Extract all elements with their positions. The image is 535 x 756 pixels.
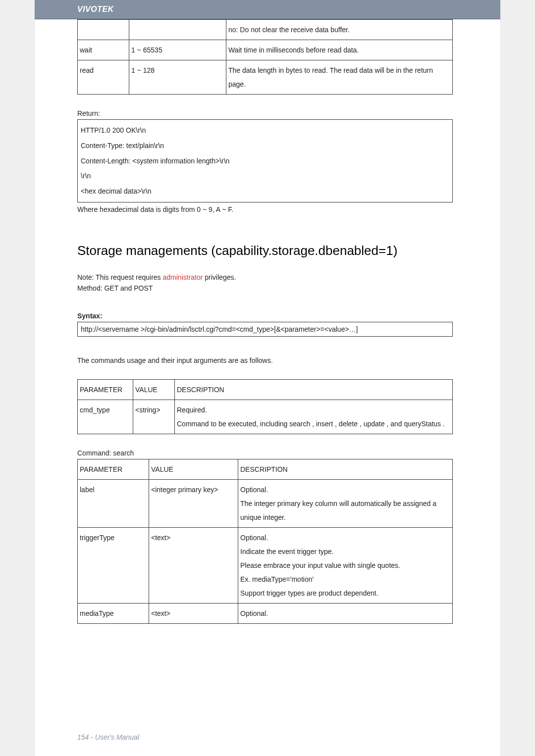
table-row: mediaType <text> Optional.	[78, 603, 453, 623]
header-value: VALUE	[149, 459, 238, 479]
table-row: wait 1 ~ 65535 Wait time in milliseconds…	[78, 40, 453, 60]
return-line: <hex decimal data>\r\n	[81, 184, 449, 199]
search-table: PARAMETER VALUE DESCRIPTION label <integ…	[77, 459, 453, 624]
note-admin: administrator	[163, 273, 203, 281]
method-line: Method: GET and POST	[77, 284, 453, 292]
return-line: HTTP/1.0 200 OK\r\n	[81, 123, 449, 138]
syntax-label: Syntax:	[77, 312, 453, 320]
syntax-box: http://<servername >/cgi-bin/admin/lsctr…	[77, 322, 453, 337]
return-label: Return:	[77, 109, 453, 117]
note-line: Note: This request requires administrato…	[77, 273, 453, 281]
return-line: Content-Type: text/plain\r\n	[81, 138, 449, 153]
cell-desc: Required. Command to be executed, includ…	[175, 400, 453, 434]
cell-desc: The data length in bytes to read. The re…	[226, 60, 453, 95]
table-header-row: PARAMETER VALUE DESCRIPTION	[78, 459, 453, 479]
note-suffix: privileges.	[203, 273, 236, 281]
table-row: label <integer primary key> Optional. Th…	[78, 479, 453, 527]
cell-value: <text>	[149, 527, 238, 603]
page-footer: 154 - User's Manual	[77, 733, 139, 741]
cell-param: triggerType	[78, 527, 149, 603]
cell-value: <string>	[133, 400, 175, 434]
cmd-table: PARAMETER VALUE DESCRIPTION cmd_type <st…	[77, 379, 453, 434]
cell-desc: Optional. Indicate the event trigger typ…	[238, 527, 453, 603]
cell-value: 1 ~ 65535	[129, 40, 226, 60]
usage-line: The commands usage and their input argum…	[77, 356, 453, 364]
table-row: cmd_type <string> Required. Command to b…	[78, 400, 453, 434]
page: VIVOTEK no: Do not clear the receive dat…	[35, 0, 500, 756]
cell-param: label	[78, 479, 149, 527]
page-header: VIVOTEK	[35, 0, 500, 19]
table-row: read 1 ~ 128 The data length in bytes to…	[78, 60, 453, 95]
cell-param: cmd_type	[78, 400, 133, 434]
top-parameter-table: no: Do not clear the receive data buffer…	[77, 19, 453, 95]
cell-param: wait	[78, 40, 129, 60]
cell-param: read	[78, 60, 129, 95]
table-row: no: Do not clear the receive data buffer…	[78, 20, 453, 40]
hex-note: Where hexadecimal data is digits from 0 …	[77, 205, 453, 213]
return-line: Content-Length: <system information leng…	[81, 153, 449, 169]
header-desc: DESCRIPTION	[175, 379, 453, 400]
cell-value: 1 ~ 128	[129, 60, 226, 95]
section-heading: Storage managements (capability.storage.…	[77, 243, 453, 258]
cell-desc: Optional. The integer primary key column…	[238, 479, 453, 527]
cell-desc: Wait time in milliseconds before read da…	[226, 40, 453, 60]
table-row: triggerType <text> Optional. Indicate th…	[78, 527, 453, 603]
cell-param: mediaType	[78, 603, 149, 623]
return-line: \r\n	[81, 168, 449, 184]
cell-param	[78, 20, 129, 40]
command-search-label: Command: search	[77, 449, 453, 457]
cell-value: <text>	[149, 603, 238, 623]
header-param: PARAMETER	[78, 459, 149, 479]
cell-value: <integer primary key>	[149, 479, 238, 527]
header-value: VALUE	[133, 379, 175, 400]
brand-label: VIVOTEK	[77, 5, 114, 13]
header-desc: DESCRIPTION	[238, 459, 453, 479]
note-prefix: Note: This request requires	[77, 273, 163, 281]
table-header-row: PARAMETER VALUE DESCRIPTION	[78, 379, 453, 400]
cell-desc: no: Do not clear the receive data buffer…	[226, 20, 453, 40]
return-box: HTTP/1.0 200 OK\r\n Content-Type: text/p…	[77, 119, 453, 202]
cell-value	[129, 20, 226, 40]
cell-desc: Optional.	[238, 603, 453, 623]
page-content: no: Do not clear the receive data buffer…	[35, 19, 500, 624]
header-param: PARAMETER	[78, 379, 133, 400]
